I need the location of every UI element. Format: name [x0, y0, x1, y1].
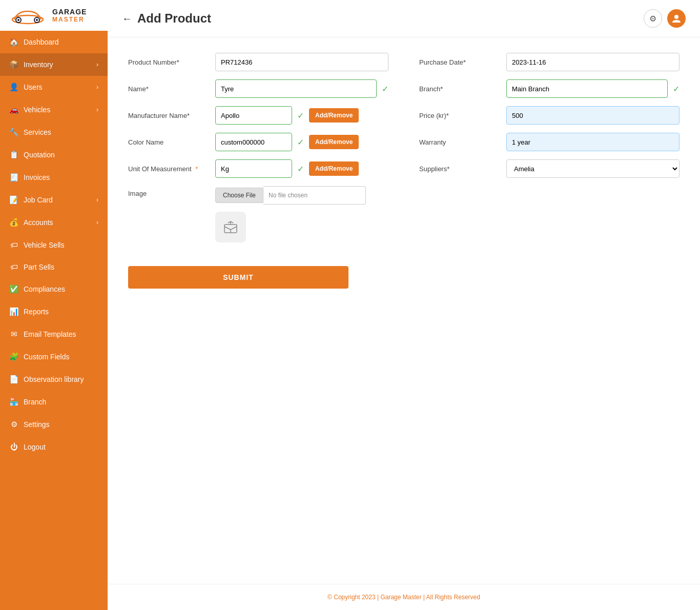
suppliers-select[interactable]: Amelia John Sarah	[506, 159, 680, 178]
image-row: Image Choose File No file chosen	[128, 186, 388, 242]
logo-area: GARAGE MASTER	[0, 0, 108, 31]
user-icon	[671, 13, 682, 24]
nav-label-observation-library: Observation library	[24, 375, 84, 383]
sidebar-item-quotation[interactable]: 📋 Quotation	[0, 144, 108, 166]
nav-label-logout: Logout	[24, 443, 46, 451]
footer-highlight: All Rights Reserved	[426, 594, 480, 601]
form-area: Product Number* Name* ✓ Manufacturer Nam…	[108, 37, 700, 584]
form-grid: Product Number* Name* ✓ Manufacturer Nam…	[128, 53, 680, 251]
color-label: Color Name	[128, 138, 210, 146]
footer: © Copyright 2023 | Garage Master | All R…	[108, 584, 700, 610]
color-add-remove-button[interactable]: Add/Remove	[309, 135, 359, 149]
nav-icon-settings: ⚙	[9, 420, 18, 429]
sidebar-item-accounts[interactable]: 💰 Accounts ›	[0, 211, 108, 234]
settings-icon-button[interactable]: ⚙	[644, 9, 662, 28]
sidebar-item-services[interactable]: 🔧 Services	[0, 121, 108, 144]
page-title-area: ← Add Product	[122, 11, 211, 26]
sidebar-item-invoices[interactable]: 🧾 Invoices	[0, 166, 108, 189]
purchase-date-input[interactable]	[506, 53, 680, 71]
logo-image	[7, 5, 48, 26]
nav-label-vehicles: Vehicles	[24, 106, 50, 114]
nav-icon-jobcard: 📝	[9, 195, 18, 205]
image-upload-area: Choose File No file chosen	[215, 186, 366, 242]
nav-label-accounts: Accounts	[24, 218, 53, 227]
nav-icon-observation-library: 📄	[9, 375, 18, 384]
product-number-input[interactable]	[215, 53, 388, 71]
logo-brand: GARAGE	[52, 8, 87, 16]
image-label: Image	[128, 190, 210, 197]
unit-check-icon: ✓	[297, 164, 304, 174]
nav-label-email-templates: Email Templates	[24, 330, 76, 338]
box-icon	[223, 219, 238, 235]
sidebar-item-jobcard[interactable]: 📝 Job Card ›	[0, 189, 108, 211]
nav-arrow-accounts: ›	[96, 219, 98, 226]
manufacturer-input[interactable]	[215, 106, 292, 125]
nav-icon-services: 🔧	[9, 128, 18, 137]
nav-label-invoices: Invoices	[24, 173, 50, 181]
unit-input[interactable]	[215, 159, 292, 178]
purchase-date-label: Purchase Date*	[419, 58, 501, 66]
nav-icon-compliances: ✅	[9, 284, 18, 294]
nav-icon-logout: ⏻	[9, 442, 18, 451]
manufacturer-add-remove-button[interactable]: Add/Remove	[309, 108, 359, 123]
sidebar-item-dashboard[interactable]: 🏠 Dashboard	[0, 31, 108, 53]
unit-row: Unit Of Measurement * ✓ Add/Remove	[128, 159, 388, 178]
nav-label-reports: Reports	[24, 308, 49, 316]
nav-icon-invoices: 🧾	[9, 173, 18, 182]
user-avatar-button[interactable]	[667, 9, 686, 28]
submit-button[interactable]: SUBMIT	[128, 266, 348, 289]
name-label: Name*	[128, 85, 210, 93]
sidebar-item-vehicle-sells[interactable]: 🏷 Vehicle Sells	[0, 234, 108, 256]
sidebar-item-users[interactable]: 👤 Users ›	[0, 76, 108, 98]
sidebar-item-branch[interactable]: 🏪 Branch	[0, 391, 108, 413]
unit-label: Unit Of Measurement *	[128, 165, 210, 173]
nav-arrow-users: ›	[96, 84, 98, 91]
left-column: Product Number* Name* ✓ Manufacturer Nam…	[128, 53, 388, 251]
color-input[interactable]	[215, 133, 292, 151]
sidebar: GARAGE MASTER 🏠 Dashboard 📦 Inventory › …	[0, 0, 108, 610]
unit-add-remove-button[interactable]: Add/Remove	[309, 161, 359, 176]
back-button[interactable]: ←	[122, 13, 132, 25]
nav-arrow-vehicles: ›	[96, 106, 98, 113]
name-input[interactable]	[215, 79, 377, 98]
svg-point-5	[674, 15, 678, 19]
topbar: ← Add Product ⚙	[108, 0, 700, 37]
purchase-date-row: Purchase Date*	[419, 53, 680, 71]
branch-input[interactable]	[506, 79, 668, 98]
nav-label-users: Users	[24, 83, 43, 91]
sidebar-item-settings[interactable]: ⚙ Settings	[0, 413, 108, 436]
name-check-icon: ✓	[382, 84, 388, 94]
warranty-label: Warranty	[419, 138, 501, 146]
product-image-placeholder	[215, 212, 246, 242]
nav-label-services: Services	[24, 128, 51, 136]
sidebar-item-vehicles[interactable]: 🚗 Vehicles ›	[0, 98, 108, 121]
nav-menu: 🏠 Dashboard 📦 Inventory › 👤 Users › 🚗 Ve…	[0, 31, 108, 458]
sidebar-item-email-templates[interactable]: ✉ Email Templates	[0, 323, 108, 345]
branch-row: Branch* ✓	[419, 79, 680, 98]
file-name-display: No file chosen	[263, 186, 366, 205]
nav-label-settings: Settings	[24, 420, 50, 429]
sidebar-item-observation-library[interactable]: 📄 Observation library	[0, 368, 108, 391]
sidebar-item-logout[interactable]: ⏻ Logout	[0, 436, 108, 458]
sidebar-item-compliances[interactable]: ✅ Compliances	[0, 278, 108, 300]
nav-arrow-inventory: ›	[96, 61, 98, 68]
nav-icon-reports: 📊	[9, 307, 18, 316]
price-row: Price (kr)*	[419, 106, 680, 125]
color-row: Color Name ✓ Add/Remove	[128, 133, 388, 151]
sidebar-item-part-sells[interactable]: 🏷 Part Sells	[0, 256, 108, 278]
sidebar-item-reports[interactable]: 📊 Reports	[0, 300, 108, 323]
nav-label-compliances: Compliances	[24, 285, 65, 293]
manufacturer-row: Manufacturer Name* ✓ Add/Remove	[128, 106, 388, 125]
product-number-row: Product Number*	[128, 53, 388, 71]
suppliers-label: Suppliers*	[419, 165, 501, 173]
warranty-input[interactable]	[506, 133, 680, 151]
nav-label-quotation: Quotation	[24, 151, 55, 159]
sidebar-item-custom-fields[interactable]: 🧩 Custom Fields	[0, 345, 108, 368]
price-input[interactable]	[506, 106, 680, 125]
choose-file-button[interactable]: Choose File	[215, 188, 263, 203]
logo-sub: MASTER	[52, 16, 87, 23]
sidebar-item-inventory[interactable]: 📦 Inventory ›	[0, 53, 108, 76]
topbar-icons: ⚙	[644, 9, 686, 28]
warranty-row: Warranty	[419, 133, 680, 151]
page-title: Add Product	[137, 11, 211, 26]
